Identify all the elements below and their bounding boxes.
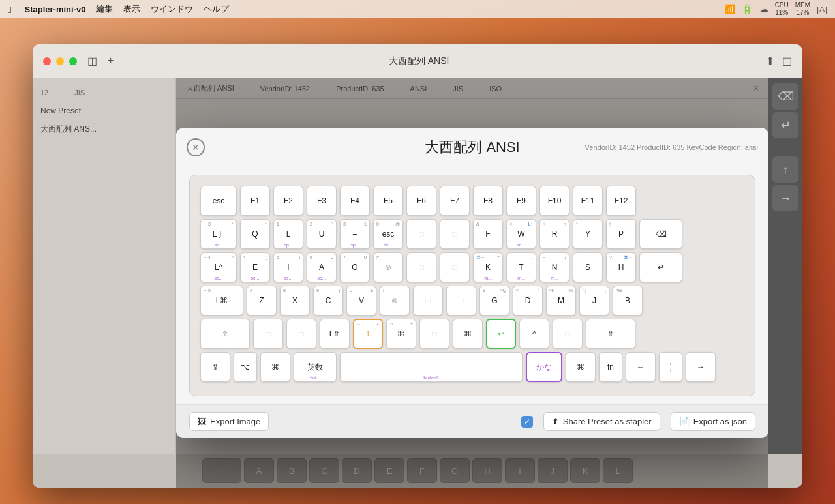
key-shift-right[interactable]: ⇧ bbox=[586, 319, 635, 349]
key-f10[interactable]: F10 bbox=[539, 186, 569, 216]
key-r[interactable]: + ↑ R bbox=[539, 219, 569, 249]
key-m[interactable]: ^K % M bbox=[546, 286, 576, 316]
key-m1[interactable]: □ bbox=[253, 319, 283, 349]
key-y[interactable]: * → Y bbox=[573, 219, 603, 249]
key-v[interactable]: 0 $ V bbox=[346, 286, 376, 316]
key-f1[interactable]: F1 bbox=[240, 186, 270, 216]
key-t[interactable]: - ↓ T m... bbox=[506, 252, 536, 282]
minimize-button[interactable] bbox=[56, 57, 64, 65]
key-g[interactable]: 1 ^Q G bbox=[479, 286, 509, 316]
share-preset-button[interactable]: ⬆ Share Preset as stapler bbox=[543, 412, 660, 431]
key-1-special[interactable]: ← + 1 bbox=[353, 319, 383, 349]
apple-menu[interactable]:  bbox=[8, 4, 11, 15]
layout-icon[interactable]: ◫ bbox=[782, 55, 792, 67]
key-z6[interactable]: □ bbox=[413, 286, 443, 316]
key-up-down[interactable]: ↑ ↓ bbox=[659, 352, 682, 382]
key-lshift[interactable]: ←5 L⌘ bbox=[200, 286, 243, 316]
export-image-button[interactable]: 🖼 Export Image bbox=[189, 412, 269, 431]
share-icon[interactable]: ⬆ bbox=[766, 55, 774, 67]
menu-help[interactable]: ヘルプ bbox=[204, 3, 229, 15]
close-button[interactable] bbox=[43, 57, 51, 65]
key-esc[interactable]: esc bbox=[200, 186, 237, 216]
key-o[interactable]: 7 0 O bbox=[340, 252, 370, 282]
key-space[interactable]: button2 bbox=[340, 352, 523, 382]
key-fn[interactable]: fn bbox=[599, 352, 622, 382]
key-k[interactable]: ⌘← = K m... bbox=[473, 252, 503, 282]
key-h7[interactable]: □ bbox=[440, 252, 470, 282]
sidebar-toggle-icon[interactable]: ◫ bbox=[87, 55, 97, 67]
key-c[interactable]: 9 ) C bbox=[313, 286, 343, 316]
key-x[interactable]: 8 X bbox=[280, 286, 310, 316]
key-m6[interactable]: □ bbox=[419, 319, 449, 349]
key-enter[interactable]: ↵ bbox=[639, 252, 682, 282]
key-dash[interactable]: 3 1 – sp... bbox=[340, 219, 370, 249]
key-f5[interactable]: F5 bbox=[373, 186, 403, 216]
key-eisu[interactable]: 英数 but... bbox=[294, 352, 337, 382]
key-m2[interactable]: □ bbox=[286, 319, 316, 349]
key-w[interactable]: < L↑ W m... bbox=[506, 219, 536, 249]
key-kana[interactable]: かな bbox=[526, 352, 562, 382]
key-f4[interactable]: F4 bbox=[340, 186, 370, 216]
key-e[interactable]: 4 ( E sc... bbox=[240, 252, 270, 282]
key-larrow-shift[interactable]: L⇧ bbox=[320, 319, 350, 349]
right-btn-4[interactable]: → bbox=[772, 185, 798, 211]
key-n[interactable]: ~ ↓ N m... bbox=[539, 252, 569, 282]
key-z[interactable]: 7 Z bbox=[247, 286, 277, 316]
key-b[interactable]: ^W B bbox=[613, 286, 643, 316]
app-name[interactable]: Stapler-mini-v0 bbox=[24, 5, 85, 14]
right-btn-2[interactable]: ↵ bbox=[772, 112, 798, 138]
key-f12[interactable]: F12 bbox=[606, 186, 636, 216]
menu-window[interactable]: ウインドウ bbox=[151, 3, 193, 15]
key-u[interactable]: 2 " U bbox=[307, 219, 337, 249]
right-btn-3[interactable]: ↑ bbox=[772, 156, 798, 183]
key-a[interactable]: 6 0 A sc... bbox=[307, 252, 337, 282]
key-f2[interactable]: F2 bbox=[273, 186, 303, 216]
key-cmd2[interactable]: ⌘ bbox=[453, 319, 483, 349]
key-f9[interactable]: F9 bbox=[506, 186, 536, 216]
key-q[interactable]: ← ^ Q bbox=[240, 219, 270, 249]
key-f8[interactable]: F8 bbox=[473, 186, 503, 216]
key-h6[interactable]: □ bbox=[406, 252, 436, 282]
menu-edit[interactable]: 編集 bbox=[96, 3, 113, 15]
maximize-button[interactable] bbox=[69, 57, 77, 65]
key-backtick[interactable]: ←3 ^ L丁 sp... bbox=[200, 219, 237, 249]
key-right[interactable]: → bbox=[686, 352, 716, 382]
key-f6[interactable]: F6 bbox=[406, 186, 436, 216]
export-json-button[interactable]: 📄 Export as json bbox=[671, 412, 755, 431]
checkbox[interactable]: ✓ bbox=[521, 416, 533, 428]
key-f7[interactable]: F7 bbox=[440, 186, 470, 216]
sidebar-item-new[interactable]: New Preset bbox=[33, 102, 175, 120]
key-b-special[interactable]: I ⊗ bbox=[380, 286, 410, 316]
key-z7[interactable]: □ bbox=[446, 286, 476, 316]
right-btn-1[interactable]: ⌫ bbox=[772, 83, 798, 110]
key-return-special[interactable]: ↩ bbox=[486, 319, 516, 349]
menu-view[interactable]: 表示 bbox=[123, 3, 140, 15]
key-f11[interactable]: F11 bbox=[573, 186, 603, 216]
sidebar-item-preset[interactable]: 大西配列 ANS... bbox=[33, 120, 175, 138]
key-cmd-right[interactable]: ⌘ bbox=[566, 352, 596, 382]
key-7[interactable]: □ bbox=[440, 219, 470, 249]
key-f3[interactable]: F3 bbox=[307, 186, 337, 216]
key-s[interactable]: S bbox=[573, 252, 603, 282]
key-d[interactable]: < ^ D bbox=[513, 286, 543, 316]
key-h[interactable]: ? ⌘→ H bbox=[606, 252, 636, 282]
key-f[interactable]: & ← F bbox=[473, 219, 503, 249]
key-cmd-left[interactable]: ⌘ bbox=[260, 352, 290, 382]
key-6[interactable]: □ bbox=[406, 219, 436, 249]
key-backspace[interactable]: ⌫ bbox=[639, 219, 682, 249]
key-j[interactable]: ^; ; J bbox=[579, 286, 609, 316]
key-cmd-special[interactable]: → + ⌘ bbox=[386, 319, 416, 349]
key-l[interactable]: 1 L sp... bbox=[273, 219, 303, 249]
key-p[interactable]: ! ← P bbox=[606, 219, 636, 249]
modal-close-button[interactable]: ✕ bbox=[187, 138, 205, 156]
key-globe[interactable]: ⇪ bbox=[200, 352, 230, 382]
key-esc-row[interactable]: 0 @ esc sc... bbox=[373, 219, 403, 249]
key-i[interactable]: 5 ) I sc... bbox=[273, 252, 303, 282]
key-m10[interactable]: □ bbox=[553, 319, 583, 349]
key-del[interactable]: # ⊗ bbox=[373, 252, 403, 282]
key-shift-left[interactable]: ⇧ bbox=[200, 319, 250, 349]
key-left[interactable]: ← bbox=[626, 352, 656, 382]
key-caret[interactable]: ^ bbox=[519, 319, 549, 349]
add-icon[interactable]: + bbox=[108, 55, 114, 67]
key-caps-lock[interactable]: ←4 ^ L^ sc... bbox=[200, 252, 237, 282]
